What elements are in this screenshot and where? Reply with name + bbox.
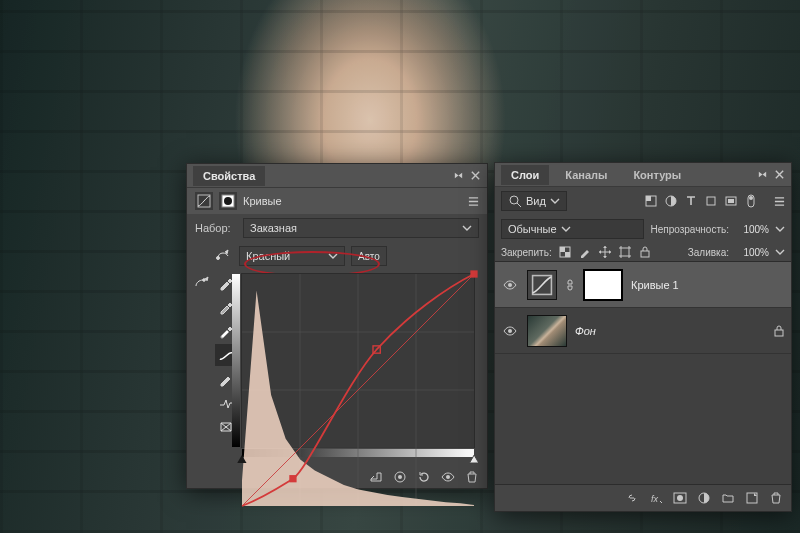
new-adjustment-icon[interactable] [697,491,711,505]
channel-value: Красный [246,250,290,262]
lock-pixels-icon[interactable] [578,245,592,259]
lock-artboard-icon[interactable] [618,245,632,259]
new-layer-icon[interactable] [745,491,759,505]
curves-graph[interactable] [241,273,475,448]
adjust-tool-column [191,272,213,294]
svg-rect-26 [621,248,629,256]
svg-point-2 [224,197,232,205]
fill-label: Заливка: [688,247,729,258]
reset-icon[interactable] [417,470,431,484]
filter-shape-icon[interactable] [704,194,718,208]
chevron-down-icon[interactable] [775,247,785,257]
curve-point-shadow[interactable] [289,475,296,482]
properties-panel: Свойства Кривые Набор: Заказная [186,163,488,489]
lock-fill-row: Закрепить: Заливка: 100% [495,243,791,261]
filter-type-icon[interactable] [684,194,698,208]
clip-to-layer-icon[interactable] [369,470,383,484]
on-image-adjust-button[interactable] [191,272,213,294]
visibility-icon[interactable] [441,470,455,484]
layer-row-background[interactable]: Фон [495,308,791,354]
section-label: Кривые [243,195,282,207]
layer-visibility-toggle[interactable] [501,324,519,338]
tab-paths[interactable]: Контуры [623,165,691,185]
blend-opacity-row: Обычные Непрозрачность: 100% [495,215,791,243]
chevron-down-icon [550,196,560,206]
svg-rect-24 [560,247,565,252]
svg-point-28 [508,283,512,287]
layer-filter-select[interactable]: Вид [501,191,567,211]
preset-select[interactable]: Заказная [243,218,479,238]
trash-icon[interactable] [769,491,783,505]
svg-point-4 [203,279,206,282]
preset-label: Набор: [195,222,237,234]
opacity-value[interactable]: 100% [735,224,769,235]
layer-name[interactable]: Фон [575,325,765,337]
svg-text:fx: fx [651,494,659,504]
svg-rect-16 [646,196,651,201]
layers-panel-header: Слои Каналы Контуры [495,163,791,187]
previous-state-icon[interactable] [393,470,407,484]
chevron-down-icon [328,251,338,261]
filter-smart-icon[interactable] [724,194,738,208]
curve-point-white[interactable] [470,270,477,277]
lock-all-icon[interactable] [638,245,652,259]
filter-pixel-icon[interactable] [644,194,658,208]
svg-point-30 [508,329,512,333]
curves-section-title: Кривые [187,188,487,214]
properties-body: Кривые Набор: Заказная Красный Авто [187,188,487,488]
close-icon[interactable] [774,169,785,180]
adjustment-thumb[interactable] [527,270,557,300]
white-slider[interactable] [470,455,479,463]
tab-layers[interactable]: Слои [501,165,549,185]
layer-name[interactable]: Кривые 1 [631,279,785,291]
preset-row: Набор: Заказная [187,214,487,242]
svg-point-13 [446,475,450,479]
image-thumb[interactable] [527,315,567,347]
chevron-down-icon[interactable] [775,224,785,234]
input-sliders [240,455,476,465]
opacity-label: Непрозрачность: [650,224,729,235]
channel-row: Красный Авто [187,242,487,270]
black-slider[interactable] [237,455,246,463]
target-adjust-icon[interactable] [213,246,233,266]
link-layers-icon[interactable] [625,491,639,505]
lock-position-icon[interactable] [598,245,612,259]
filter-adjustment-icon[interactable] [664,194,678,208]
layer-row-curves[interactable]: Кривые 1 [495,262,791,308]
panel-menu-icon[interactable] [468,196,479,207]
svg-point-3 [217,257,220,260]
mask-thumb[interactable] [583,269,623,301]
layer-style-icon[interactable]: fx [649,491,663,505]
filter-row: Вид [495,187,791,215]
fill-value[interactable]: 100% [735,247,769,258]
add-mask-icon[interactable] [673,491,687,505]
channel-select[interactable]: Красный [239,246,345,266]
svg-rect-20 [728,199,734,203]
layer-visibility-toggle[interactable] [501,278,519,292]
link-icon[interactable] [565,278,575,292]
search-icon [508,194,522,208]
svg-point-14 [510,196,518,204]
collapse-arrows-icon[interactable] [757,169,768,180]
tab-channels[interactable]: Каналы [555,165,617,185]
layers-panel: Слои Каналы Контуры Вид Обычные [494,162,792,512]
properties-panel-header: Свойства [187,164,487,188]
output-gradient [232,274,240,447]
chevron-down-icon [462,223,472,233]
lock-icon[interactable] [773,325,785,337]
svg-rect-25 [565,252,570,257]
svg-rect-18 [707,197,715,205]
close-icon[interactable] [470,170,481,181]
filter-toggle-icon[interactable] [744,194,758,208]
properties-footer [369,470,479,484]
lock-transparency-icon[interactable] [558,245,572,259]
trash-icon[interactable] [465,470,479,484]
collapse-arrows-icon[interactable] [453,170,464,181]
new-group-icon[interactable] [721,491,735,505]
layer-mask-icon [219,192,237,210]
curves-adjustment-icon [195,192,213,210]
properties-tab[interactable]: Свойства [193,166,265,186]
blend-mode-select[interactable]: Обычные [501,219,644,239]
panel-menu-icon[interactable] [774,196,785,207]
auto-button[interactable]: Авто [351,246,387,266]
